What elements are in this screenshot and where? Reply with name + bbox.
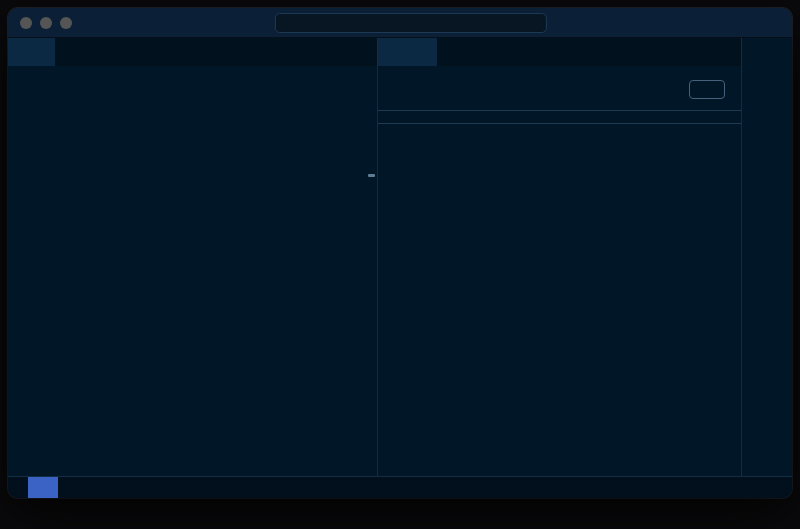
breadcrumb	[8, 66, 377, 86]
live-share-icon	[218, 482, 229, 493]
ports-item[interactable]	[158, 477, 185, 498]
toggle-secondary-sidebar-icon[interactable]	[767, 16, 780, 29]
statusbar-right	[738, 477, 792, 498]
split-editor-icon[interactable]	[693, 46, 706, 59]
left-tabbar	[8, 38, 377, 66]
error-icon	[118, 482, 129, 493]
close-window-button[interactable]	[20, 17, 32, 29]
close-icon[interactable]	[415, 45, 427, 59]
git-graph-item[interactable]	[239, 477, 266, 498]
remote-indicator[interactable]	[28, 477, 58, 498]
tab-reactapp-details[interactable]	[378, 38, 438, 66]
sync-icon	[95, 482, 106, 493]
search-icon	[402, 18, 413, 29]
editor-group-right	[378, 38, 742, 476]
refresh-icon[interactable]	[668, 46, 681, 59]
minimize-window-button[interactable]	[40, 17, 52, 29]
bell-icon	[767, 482, 778, 493]
command-center-search[interactable]	[275, 13, 547, 33]
divider	[378, 123, 741, 124]
statusbar	[8, 476, 792, 498]
editor-group-left	[8, 38, 378, 476]
editor-actions	[668, 38, 741, 66]
plug-icon	[164, 482, 175, 493]
codestream-item[interactable]	[185, 477, 212, 498]
titlebar	[8, 8, 792, 38]
details-header	[394, 80, 725, 99]
right-tabbar	[378, 38, 741, 66]
layout-controls	[719, 16, 780, 29]
document-icon	[388, 46, 400, 58]
zoom-window-button[interactable]	[60, 17, 72, 29]
notifications-button[interactable]	[761, 477, 784, 498]
scrollbar-marker	[368, 174, 375, 177]
branch-icon	[68, 482, 79, 493]
smiley-icon	[744, 482, 755, 493]
tab-project-json[interactable]	[8, 38, 56, 66]
problems-item[interactable]	[112, 477, 158, 498]
vscode-window	[8, 8, 792, 498]
codestream-icon	[191, 482, 202, 493]
workbench	[8, 38, 792, 476]
activity-bar	[742, 38, 792, 476]
feedback-button[interactable]	[738, 477, 761, 498]
back-icon[interactable]	[238, 16, 251, 29]
project-details-panel	[378, 66, 741, 476]
close-icon[interactable]	[33, 45, 45, 59]
view-in-graph-button[interactable]	[689, 80, 725, 99]
sync-button[interactable]	[89, 477, 112, 498]
more-actions-icon[interactable]	[718, 46, 731, 59]
branch-item[interactable]	[62, 477, 89, 498]
code-editor[interactable]	[8, 86, 377, 476]
vim-mode-item[interactable]	[266, 477, 278, 498]
git-graph-icon	[245, 482, 256, 493]
toggle-primary-sidebar-icon[interactable]	[719, 16, 732, 29]
graph-icon	[699, 84, 710, 95]
toggle-panel-icon[interactable]	[743, 16, 756, 29]
live-share-item[interactable]	[212, 477, 239, 498]
divider	[378, 110, 741, 111]
traffic-lights	[8, 17, 72, 29]
warning-icon	[137, 482, 148, 493]
history-nav	[238, 16, 280, 29]
zap-icon	[38, 482, 49, 493]
statusbar-left	[28, 477, 278, 498]
